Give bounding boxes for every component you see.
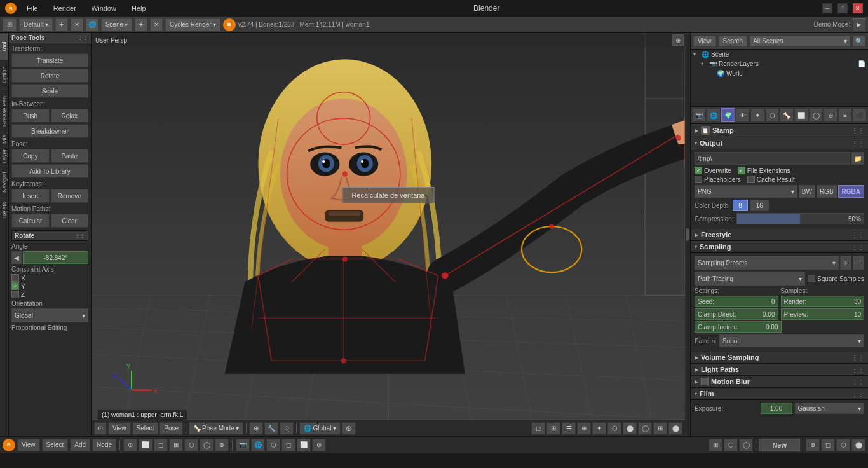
- side-tab-relato[interactable]: Relato: [0, 198, 8, 221]
- workspace-dropdown[interactable]: Default ▾: [19, 18, 53, 31]
- file-ext-checkbox[interactable]: ✓: [738, 167, 745, 174]
- vt-ri-8[interactable]: ◯: [638, 422, 652, 435]
- remove-btn[interactable]: Remove: [51, 189, 89, 203]
- stamp-section-header[interactable]: ▶ 📋 Stamp ⋮⋮: [691, 124, 868, 137]
- placeholders-checkbox[interactable]: [695, 176, 702, 183]
- scale-btn[interactable]: Scale: [11, 84, 88, 98]
- clear-btn[interactable]: Clear: [51, 214, 89, 228]
- output-section-header[interactable]: ▾ Output ⋮⋮: [691, 137, 868, 149]
- vt-ri-3[interactable]: ☰: [562, 422, 576, 435]
- sampling-presets-add[interactable]: +: [840, 256, 851, 270]
- pose-tools-header[interactable]: Pose Tools ⋮⋮: [9, 33, 91, 43]
- angle-dec-btn[interactable]: ◀: [11, 251, 22, 264]
- bb-select-btn[interactable]: Select: [42, 439, 69, 451]
- workspace-plus[interactable]: +: [55, 18, 68, 31]
- volume-sampling-header[interactable]: ▶ Volume Sampling ⋮⋮: [691, 352, 868, 364]
- vt-add-btn[interactable]: ⊕: [342, 422, 356, 435]
- path-tracing-dropdown[interactable]: Path Tracing▾: [695, 272, 805, 286]
- format-dropdown[interactable]: PNG▾: [695, 185, 797, 198]
- side-tab-mis[interactable]: Mis: [0, 132, 8, 146]
- scene-canvas[interactable]: X Y Z Recalculate de ventana: [92, 33, 685, 420]
- renderer-dropdown[interactable]: Cycles Render ▾: [165, 18, 220, 31]
- angle-value[interactable]: -82.842°: [23, 251, 88, 264]
- menu-render[interactable]: Render: [48, 3, 81, 13]
- axis-z-checkbox[interactable]: [11, 291, 19, 298]
- right-search-icon[interactable]: 🔍: [853, 36, 865, 47]
- pattern-dropdown[interactable]: Sobol▾: [719, 334, 864, 347]
- bb-extra-3[interactable]: ⬡: [836, 439, 850, 451]
- sampling-presets-remove[interactable]: −: [853, 256, 864, 270]
- color-depth-8-btn[interactable]: 8: [733, 200, 748, 211]
- rotate-btn[interactable]: Rotate: [11, 69, 88, 83]
- bb-add-btn[interactable]: Add: [70, 439, 90, 451]
- clamp-direct-field[interactable]: Clamp Direct: 0.00: [695, 308, 778, 320]
- viewport-expand-btn[interactable]: ⊕: [672, 34, 684, 46]
- side-tab-grease-pen[interactable]: Grease Pen: [0, 89, 8, 132]
- prop-icon-tex[interactable]: ◯: [809, 108, 823, 122]
- compression-slider[interactable]: 50%: [736, 213, 864, 224]
- color-depth-16-btn[interactable]: 16: [750, 200, 769, 211]
- prop-icon-render[interactable]: 📷: [692, 108, 706, 122]
- push-btn[interactable]: Push: [11, 109, 50, 123]
- new-btn[interactable]: New: [759, 439, 800, 451]
- scene-dropdown[interactable]: Scene ▾: [101, 18, 132, 31]
- sampling-presets-dropdown[interactable]: Sampling Presets▾: [695, 256, 839, 270]
- bb-icon-6[interactable]: ◯: [200, 439, 214, 451]
- scene-plus[interactable]: +: [135, 18, 147, 31]
- bb-extra-4[interactable]: ⬤: [851, 439, 865, 451]
- rgba-btn[interactable]: RGBA: [838, 185, 864, 198]
- bb-node-btn[interactable]: Node: [92, 439, 116, 451]
- bb-anim-2[interactable]: ⬡: [724, 439, 738, 451]
- bb-logo[interactable]: B: [3, 439, 15, 451]
- square-samples-checkbox[interactable]: [808, 275, 815, 282]
- copy-btn[interactable]: Copy: [11, 149, 50, 163]
- light-paths-header[interactable]: ▶ Light Paths ⋮⋮: [691, 364, 868, 376]
- orientation-dropdown[interactable]: Global▾: [11, 308, 88, 322]
- prop-icon-modifier[interactable]: ⬡: [765, 108, 779, 122]
- vt-select-btn[interactable]: Select: [132, 422, 159, 435]
- preview-field[interactable]: Preview: 10: [781, 308, 865, 320]
- bb-extra-2[interactable]: ◻: [821, 439, 835, 451]
- axis-x-checkbox[interactable]: [11, 274, 19, 282]
- vt-mode-dropdown[interactable]: 🦴 Pose Mode ▾: [189, 422, 243, 435]
- cache-result-checkbox[interactable]: [747, 176, 755, 183]
- vt-proportional-btn[interactable]: ⊙: [280, 422, 294, 435]
- prop-icon-12[interactable]: ⬛: [853, 108, 867, 122]
- insert-btn[interactable]: Insert: [11, 189, 50, 203]
- prop-icon-physics[interactable]: ≡: [838, 108, 852, 122]
- vt-global-dropdown[interactable]: 🌐 Global ▾: [299, 422, 341, 435]
- viewport-right-splitter[interactable]: [685, 33, 690, 436]
- vt-ri-10[interactable]: ⬤: [668, 422, 682, 435]
- vt-ri-1[interactable]: ◻: [531, 422, 545, 435]
- bb-view-btn[interactable]: View: [17, 439, 40, 451]
- bb-render-5[interactable]: ⬜: [297, 439, 311, 451]
- demo-play-btn[interactable]: ▶: [853, 18, 865, 31]
- window-maximize[interactable]: □: [837, 3, 848, 13]
- output-path-input[interactable]: [695, 152, 850, 165]
- window-close[interactable]: ✕: [853, 3, 863, 13]
- calculate-btn[interactable]: Calculat: [11, 214, 50, 228]
- vt-pose-btn[interactable]: Pose: [159, 422, 183, 435]
- freestyle-section-header[interactable]: ▶ Freestyle ⋮⋮: [691, 229, 868, 241]
- bb-extra-1[interactable]: ⊕: [806, 439, 820, 451]
- vt-ri-7[interactable]: ⬤: [623, 422, 637, 435]
- bb-render-1[interactable]: 📷: [236, 439, 250, 451]
- filter-dropdown[interactable]: Gaussian▾: [795, 403, 865, 414]
- tree-item-render-layers[interactable]: ▾ 📷 RenderLayers 📄: [691, 59, 868, 69]
- render-field[interactable]: Render: 30: [781, 296, 865, 307]
- axis-y-checkbox[interactable]: ✓: [11, 282, 19, 290]
- bb-anim-1[interactable]: ⊞: [709, 439, 722, 451]
- bw-btn[interactable]: BW: [799, 185, 815, 198]
- vt-pivot-btn[interactable]: ⊕: [249, 422, 263, 435]
- bb-icon-3[interactable]: ◻: [154, 439, 168, 451]
- vt-icon-btn[interactable]: ⊙: [94, 422, 107, 435]
- prop-icon-data[interactable]: 🦴: [780, 108, 794, 122]
- bb-render-4[interactable]: ◻: [281, 439, 295, 451]
- side-tab-tools[interactable]: Tool: [0, 33, 8, 60]
- prop-icon-mat[interactable]: ⬜: [794, 108, 808, 122]
- prop-icon-obj[interactable]: 👁: [736, 108, 750, 122]
- relax-btn[interactable]: Relax: [51, 109, 89, 123]
- bb-icon-7[interactable]: ⊕: [215, 439, 229, 451]
- side-tab-layer[interactable]: Layer: [0, 146, 8, 165]
- scene-x[interactable]: ✕: [150, 18, 163, 31]
